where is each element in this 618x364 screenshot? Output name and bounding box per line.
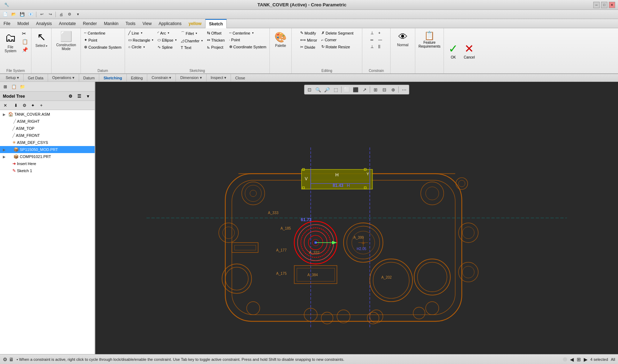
spline-button[interactable]: ∿ Spline: [156, 44, 178, 50]
tree-item-asm-right[interactable]: ╱ ASM_RIGHT: [0, 118, 95, 125]
tree-item-comp91021[interactable]: ▶ 📦 COMP91021.PRT: [0, 153, 95, 160]
centerline2-button[interactable]: ╌ Centerline▾: [227, 30, 268, 36]
constrain-line-button[interactable]: ||: [376, 43, 384, 49]
zoom-in-button[interactable]: 🔍: [314, 86, 322, 93]
menu-annotate[interactable]: Annotate: [55, 19, 79, 28]
tree-close-button[interactable]: ✕: [1, 102, 9, 109]
tree-item-root[interactable]: ▶ 🏠 TANK_COVER.ASM: [0, 111, 95, 118]
normal-button[interactable]: 👁 Normal: [392, 30, 414, 49]
select-button[interactable]: ↖ Select▾: [33, 30, 50, 49]
tree-item-sketch1[interactable]: ✎ Sketch 1: [0, 167, 95, 174]
rectangle-button[interactable]: ▭ Rectangle▾: [126, 37, 155, 43]
menu-file[interactable]: File: [0, 19, 14, 28]
view-orient3-button[interactable]: ⊕: [389, 86, 397, 93]
operations-label[interactable]: Operations ▾: [48, 74, 79, 82]
zoom-fit-button[interactable]: ⊡: [305, 86, 314, 93]
new-button[interactable]: 📄: [1, 11, 9, 18]
tree-control1[interactable]: ⬇: [12, 102, 20, 109]
circle-button[interactable]: ○ Circle▾: [126, 44, 155, 50]
menu-view[interactable]: View: [139, 19, 155, 28]
menu-yellow[interactable]: yellow: [185, 19, 205, 28]
tree-item-asm-top[interactable]: ╱ ASM_TOP: [0, 125, 95, 132]
cancel-button[interactable]: ✕ Cancel: [462, 41, 476, 61]
construction-mode-button[interactable]: ⬜ ConstructionMode: [53, 30, 79, 52]
tree-view-button[interactable]: ☰: [75, 93, 83, 100]
centerline-button[interactable]: ╌ Centerline: [82, 30, 123, 36]
datum-section-label[interactable]: Datum: [79, 74, 99, 82]
thicken-button[interactable]: ⇔ Thicken: [205, 37, 227, 43]
sidebar-icon3[interactable]: 📁: [18, 83, 26, 90]
constrain-sym-button[interactable]: —: [376, 36, 384, 43]
tree-item-sp115050[interactable]: ▶ 📦 SP115050_MOD.PRT: [0, 146, 95, 153]
view-more-button[interactable]: ⋯: [400, 86, 408, 93]
dimension-section-label[interactable]: Dimension ▾: [176, 74, 206, 82]
coord-sys-button[interactable]: ⊕ Coordinate System: [82, 44, 123, 50]
menu-analysis[interactable]: Analysis: [32, 19, 55, 28]
print-button[interactable]: 🖨: [57, 11, 65, 18]
inspect-section-label[interactable]: Inspect ▾: [207, 74, 231, 82]
paste-button[interactable]: 📌: [20, 46, 30, 54]
canvas-area[interactable]: ⊡ 🔍 🔎 ⬚ ⬜ ⬛ ↗ ⊞ ⊟ ⊕ ⋯: [95, 82, 618, 354]
cut-button[interactable]: ✂: [20, 30, 30, 37]
expand-sp115050[interactable]: ▶: [3, 148, 7, 152]
text-button[interactable]: T Text: [179, 44, 204, 51]
status-nav-next[interactable]: ▶: [584, 357, 588, 362]
ellipse-button[interactable]: ⬭ Ellipse▾: [156, 37, 178, 43]
view-orient2-button[interactable]: ⊟: [380, 86, 388, 93]
corner-button[interactable]: ⌐ Corner: [320, 37, 355, 43]
expand-root[interactable]: ▶: [3, 113, 7, 116]
sidebar-icon1[interactable]: ⊞: [1, 83, 9, 90]
filesystem-button[interactable]: 🗂 FileSystem: [1, 30, 19, 55]
palette-button[interactable]: 🎨 Palette: [271, 30, 290, 49]
fillet-button[interactable]: ⌒ Fillet▾: [179, 30, 204, 37]
constrain-h-button[interactable]: ═: [369, 37, 376, 43]
redo-button[interactable]: ↪: [46, 11, 54, 18]
modify-button[interactable]: ✎ Modify: [298, 30, 319, 36]
menu-model[interactable]: Model: [14, 19, 32, 28]
tree-control2[interactable]: ⚙: [20, 102, 28, 109]
view-type2-button[interactable]: ⬛: [351, 86, 360, 93]
zoom-out-button[interactable]: 🔎: [323, 86, 331, 93]
rotate-resize-button[interactable]: ↻ Rotate Resize: [320, 43, 355, 50]
sidebar-icon2[interactable]: 📋: [10, 83, 18, 90]
view-type1-button[interactable]: ⬜: [343, 86, 351, 93]
constrain-perp-button[interactable]: ⊥: [369, 43, 376, 50]
offset-button[interactable]: ⇆ Offset: [205, 30, 227, 36]
arc-button[interactable]: ◜ Arc▾: [156, 30, 178, 36]
tree-item-asm-csys[interactable]: ✳ ASM_DEF_CSYS: [0, 139, 95, 146]
email-button[interactable]: 📧: [27, 11, 35, 18]
settings-button[interactable]: ⚙: [66, 11, 73, 18]
undo-button[interactable]: ↩: [38, 11, 46, 18]
menu-sketch[interactable]: Sketch: [205, 19, 227, 28]
view-type3-button[interactable]: ↗: [360, 86, 369, 93]
coord-sys2-button[interactable]: ⊕ Coordinate System: [227, 43, 268, 50]
maximize-button[interactable]: □: [601, 2, 607, 8]
constrain-eq-button[interactable]: +: [376, 30, 384, 36]
chamfer-button[interactable]: ◿ Chamfer▾: [179, 37, 204, 44]
minimize-button[interactable]: ─: [593, 2, 600, 8]
ok-button[interactable]: ✓ OK: [447, 41, 459, 61]
divide-button[interactable]: ✂ Divide: [298, 44, 319, 50]
line-button[interactable]: ╱ Line▾: [126, 30, 155, 36]
editing-section-label[interactable]: Editing: [127, 74, 148, 82]
point-sketch-button[interactable]: · Point: [227, 37, 268, 43]
close-button[interactable]: ✕: [609, 2, 615, 8]
save-button[interactable]: 💾: [18, 11, 26, 18]
tree-item-insert-here[interactable]: ➜ Insert Here: [0, 160, 95, 167]
project-button[interactable]: ⊾ Project: [205, 44, 227, 50]
copy-button[interactable]: 📋: [20, 38, 30, 46]
close-section-label[interactable]: Close: [231, 74, 249, 82]
setup-label[interactable]: Setup ▾: [1, 74, 24, 82]
status-nav-prev[interactable]: ◀: [570, 357, 574, 362]
menu-tools[interactable]: Tools: [122, 19, 139, 28]
constrain-v-button[interactable]: ⊥: [369, 30, 376, 36]
expand-comp91021[interactable]: ▶: [3, 155, 7, 159]
menu-applications[interactable]: Applications: [155, 19, 185, 28]
mirror-button[interactable]: ⟺ Mirror: [298, 37, 319, 43]
feature-req-button[interactable]: 📋 FeatureRequirements: [417, 30, 442, 49]
constrain-section-label[interactable]: Constrain ▾: [147, 74, 176, 82]
menu-render[interactable]: Render: [79, 19, 100, 28]
tree-control3[interactable]: ✦: [29, 102, 37, 109]
tree-control4[interactable]: +: [37, 102, 45, 109]
zoom-box-button[interactable]: ⬚: [332, 86, 340, 93]
